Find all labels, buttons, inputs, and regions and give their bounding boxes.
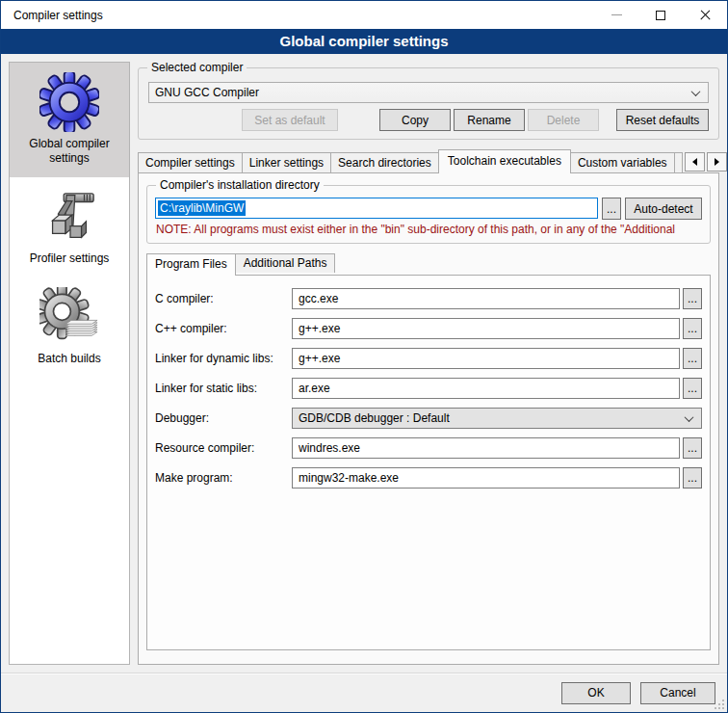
browse-button[interactable]: ...	[683, 318, 702, 339]
chevron-down-icon	[691, 87, 701, 96]
dialog-body: Global compiler settings	[1, 54, 727, 673]
debugger-select[interactable]: GDB/CDB debugger : Default	[292, 408, 702, 429]
content-panel: Selected compiler GNU GCC Compiler Set a…	[138, 62, 719, 665]
sidebar-item-global-compiler-settings[interactable]: Global compiler settings	[10, 63, 129, 177]
cpp-compiler-input[interactable]	[292, 318, 680, 339]
sidebar-item-label: Global compiler settings	[13, 137, 125, 166]
tab-linker-settings[interactable]: Linker settings	[242, 152, 331, 172]
window-title: Compiler settings	[1, 9, 103, 22]
cancel-button[interactable]: Cancel	[640, 682, 715, 704]
gear-stack-icon	[39, 287, 99, 347]
field-row-make-program: Make program: ...	[155, 467, 702, 489]
arrow-left-icon	[692, 158, 697, 166]
resource-compiler-input[interactable]	[292, 437, 680, 459]
field-row-linker-dynamic: Linker for dynamic libs: ...	[155, 348, 702, 369]
tab-custom-variables[interactable]: Custom variables	[570, 152, 675, 172]
c-compiler-input[interactable]	[292, 288, 680, 309]
linker-dynamic-label: Linker for dynamic libs:	[155, 352, 292, 365]
debugger-select-value: GDB/CDB debugger : Default	[299, 411, 450, 425]
footer: OK Cancel	[1, 673, 727, 712]
linker-dynamic-input[interactable]	[292, 348, 680, 369]
chevron-down-icon	[685, 412, 694, 422]
minimize-icon	[611, 14, 622, 15]
sidebar-item-profiler-settings[interactable]: Profiler settings	[10, 177, 129, 277]
compiler-select-value: GNU GCC Compiler	[155, 86, 259, 99]
selected-compiler-legend: Selected compiler	[147, 61, 247, 74]
settings-tabstrip: Compiler settings Linker settings Search…	[138, 149, 719, 172]
titlebar: Compiler settings	[1, 1, 727, 29]
field-row-linker-static: Linker for static libs: ...	[155, 378, 702, 399]
sidebar: Global compiler settings	[9, 62, 130, 665]
program-files-page: C compiler: ... C++ compiler: ... Linker…	[146, 275, 711, 650]
autodetect-button[interactable]: Auto-detect	[625, 198, 702, 220]
minimize-button[interactable]	[594, 1, 638, 29]
selected-compiler-group: Selected compiler GNU GCC Compiler Set a…	[138, 67, 719, 140]
c-compiler-label: C compiler:	[155, 292, 292, 305]
delete-button: Delete	[528, 109, 599, 131]
close-button[interactable]	[683, 1, 727, 29]
browse-button[interactable]: ...	[683, 348, 702, 369]
resize-grip[interactable]	[713, 698, 725, 710]
sidebar-item-label: Batch builds	[38, 352, 100, 366]
tab-compiler-settings[interactable]: Compiler settings	[138, 152, 243, 172]
make-program-input[interactable]	[292, 467, 680, 489]
sidebar-item-label: Profiler settings	[30, 251, 110, 266]
program-files-tabstrip: Program Files Additional Paths	[146, 253, 711, 275]
cpp-compiler-label: C++ compiler:	[155, 322, 292, 335]
toolchain-executables-page: Compiler's installation directory C:\ray…	[138, 172, 719, 665]
tab-toolchain-executables[interactable]: Toolchain executables	[438, 149, 571, 173]
install-dir-legend: Compiler's installation directory	[156, 178, 324, 192]
close-icon	[700, 10, 711, 20]
tab-scroll-right-button[interactable]	[707, 152, 727, 172]
browse-button[interactable]: ...	[683, 467, 702, 489]
field-row-debugger: Debugger: GDB/CDB debugger : Default	[155, 408, 702, 429]
linker-static-label: Linker for static libs:	[155, 382, 292, 395]
browse-button[interactable]: ...	[683, 437, 702, 459]
page-title: Global compiler settings	[1, 29, 727, 54]
set-as-default-button: Set as default	[242, 109, 338, 131]
debugger-label: Debugger:	[155, 411, 292, 425]
field-row-resource-compiler: Resource compiler: ...	[155, 437, 702, 459]
resource-compiler-label: Resource compiler:	[155, 441, 292, 455]
caliper-icon	[39, 187, 99, 247]
blue-gear-icon	[39, 72, 99, 132]
compiler-select[interactable]: GNU GCC Compiler	[148, 82, 709, 103]
tab-search-directories[interactable]: Search directories	[330, 152, 439, 172]
compiler-settings-dialog: Compiler settings Global compiler settin…	[0, 0, 728, 713]
tab-program-files[interactable]: Program Files	[146, 253, 236, 276]
window-controls	[594, 1, 727, 29]
make-program-label: Make program:	[155, 471, 292, 485]
install-dir-group: Compiler's installation directory C:\ray…	[146, 185, 711, 244]
maximize-icon	[656, 11, 665, 20]
install-dir-row: C:\raylib\MinGW ... Auto-detect	[155, 198, 702, 219]
field-row-cpp-compiler: C++ compiler: ...	[155, 318, 702, 339]
sidebar-item-batch-builds[interactable]: Batch builds	[10, 277, 129, 378]
tab-additional-paths[interactable]: Additional Paths	[235, 253, 336, 273]
reset-defaults-button[interactable]: Reset defaults	[616, 109, 709, 131]
rename-button[interactable]: Rename	[454, 109, 525, 131]
install-dir-selected-text: C:\raylib\MinGW	[158, 200, 246, 216]
browse-button[interactable]: ...	[683, 378, 702, 399]
browse-button[interactable]: ...	[683, 288, 702, 309]
install-dir-note: NOTE: All programs must exist either in …	[156, 223, 702, 236]
tab-scroll-buttons	[682, 152, 727, 172]
maximize-button[interactable]	[638, 1, 683, 29]
ok-button[interactable]: OK	[561, 682, 631, 704]
install-dir-browse-button[interactable]: ...	[602, 198, 621, 220]
compiler-buttons-row: Set as default Copy Rename Delete Reset …	[148, 109, 709, 131]
arrow-right-icon	[715, 158, 719, 166]
linker-static-input[interactable]	[292, 378, 680, 399]
field-row-c-compiler: C compiler: ...	[155, 288, 702, 309]
copy-button[interactable]: Copy	[379, 109, 451, 131]
tab-scroll-left-button[interactable]	[685, 152, 705, 172]
install-dir-input[interactable]: C:\raylib\MinGW	[155, 198, 598, 219]
